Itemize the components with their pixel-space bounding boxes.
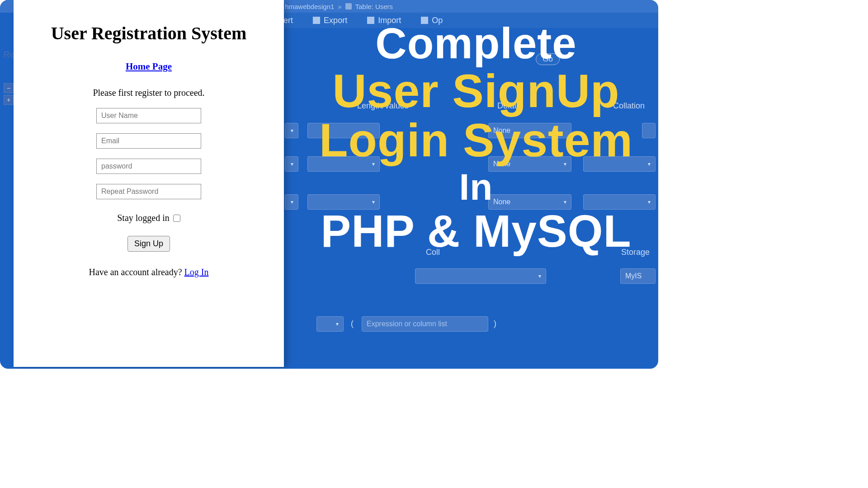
col-coll2: Coll xyxy=(426,248,440,257)
username-input[interactable] xyxy=(96,108,201,123)
designer-cell[interactable]: None xyxy=(488,123,571,138)
designer-cell[interactable]: None▾ xyxy=(488,156,571,172)
op-icon xyxy=(421,17,428,24)
breadcrumb-sep: » xyxy=(338,3,341,10)
paren-open: ( xyxy=(351,319,354,328)
tab-export[interactable]: Export xyxy=(313,16,347,25)
chevron-down-icon: ▾ xyxy=(538,273,541,279)
registration-card: User Registration System Home Page Pleas… xyxy=(14,0,284,367)
chevron-down-icon: ▾ xyxy=(648,161,651,167)
expression-input[interactable]: Expression or column list xyxy=(362,316,488,332)
stay-logged-checkbox[interactable] xyxy=(173,215,180,222)
designer-cell[interactable]: None▾ xyxy=(488,194,571,210)
designer-cell[interactable]: ▾ xyxy=(583,156,656,172)
designer-cell[interactable]: ▾ xyxy=(285,156,298,172)
export-icon xyxy=(313,17,320,24)
stay-logged-label: Stay logged in xyxy=(117,213,170,223)
none-label: None xyxy=(493,127,510,135)
expression-placeholder: Expression or column list xyxy=(367,320,447,328)
none-label: None xyxy=(493,198,510,206)
left-ghost-controls: Re − + xyxy=(4,50,14,105)
designer-cell[interactable]: ▾ xyxy=(307,156,380,172)
import-icon xyxy=(367,17,374,24)
chevron-down-icon: ▾ xyxy=(291,161,293,167)
go-button[interactable]: Go xyxy=(536,53,560,65)
designer-cell[interactable] xyxy=(307,123,380,138)
chevron-down-icon: ▾ xyxy=(648,199,651,205)
col-collation: Collation xyxy=(613,101,645,111)
chevron-down-icon: ▾ xyxy=(372,199,375,205)
breadcrumb-table: Table: Users xyxy=(355,3,393,10)
col-length: Length/Values xyxy=(357,101,409,111)
tab-import-label: Import xyxy=(378,16,401,25)
instruction-text: Please first register to proceed. xyxy=(38,88,259,98)
tab-import[interactable]: Import xyxy=(367,16,401,25)
col-default: Default xyxy=(497,101,523,111)
password-input[interactable] xyxy=(96,159,201,174)
zoom-in-button[interactable]: + xyxy=(4,95,14,105)
repeat-password-input[interactable] xyxy=(96,184,201,199)
chevron-down-icon: ▾ xyxy=(291,199,293,205)
have-account-text: Have an account already? xyxy=(89,267,184,277)
storage-select[interactable]: MyIS xyxy=(620,268,656,284)
designer-cell[interactable]: ▾ xyxy=(285,123,298,138)
designer-cell[interactable] xyxy=(642,123,656,138)
home-link[interactable]: Home Page xyxy=(126,61,172,72)
zoom-out-button[interactable]: − xyxy=(4,83,14,93)
login-link[interactable]: Log In xyxy=(184,267,209,277)
chevron-down-icon: ▾ xyxy=(564,161,566,167)
tab-op[interactable]: Op xyxy=(421,16,443,25)
chevron-down-icon: ▾ xyxy=(372,161,375,167)
chevron-down-icon: ▾ xyxy=(291,127,293,134)
recent-label: Re xyxy=(4,50,14,60)
signup-button[interactable]: Sign Up xyxy=(127,236,170,252)
myis-label: MyIS xyxy=(625,272,642,280)
designer-cell[interactable]: ▾ xyxy=(285,194,298,210)
collation-select[interactable]: ▾ xyxy=(415,268,546,284)
designer-cell[interactable]: ▾ xyxy=(316,316,344,332)
tab-export-label: Export xyxy=(324,16,347,25)
designer-cell[interactable]: ▾ xyxy=(583,194,656,210)
chevron-down-icon: ▾ xyxy=(564,199,566,205)
tab-op-label: Op xyxy=(432,16,443,25)
none-label: None xyxy=(493,160,510,168)
paren-close: ) xyxy=(494,319,496,328)
table-icon xyxy=(345,3,352,9)
designer-cell[interactable]: ▾ xyxy=(307,194,380,210)
page-title: User Registration System xyxy=(38,23,259,44)
email-input[interactable] xyxy=(96,133,201,149)
chevron-down-icon: ▾ xyxy=(336,321,339,327)
col-storage: Storage xyxy=(621,248,650,257)
